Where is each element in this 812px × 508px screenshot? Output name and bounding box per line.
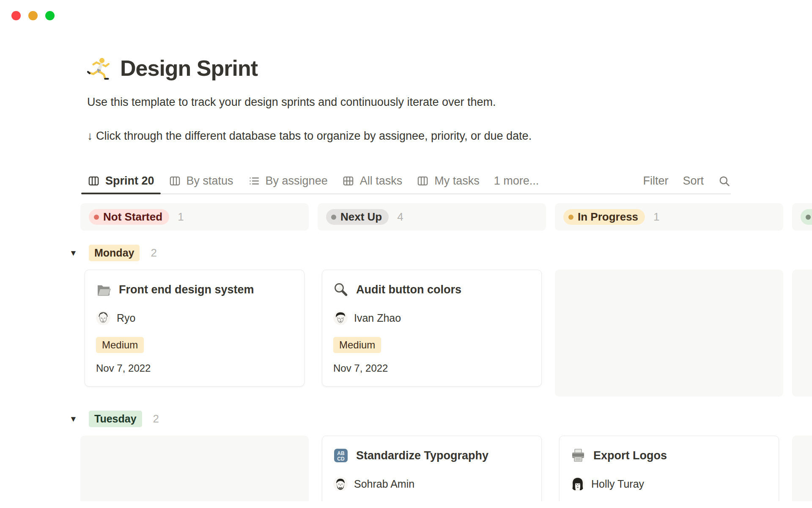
card-assignee: Sohrab Amin <box>333 477 530 491</box>
collapse-triangle-icon[interactable]: ▼ <box>69 411 80 427</box>
list-icon <box>248 175 260 187</box>
board-icon <box>417 175 429 187</box>
status-pill-not-started[interactable]: Not Started <box>89 209 169 225</box>
tab-all-tasks[interactable]: All tasks <box>336 168 409 193</box>
column-header-next-up: Next Up4 <box>318 203 546 231</box>
card-title: Front end design system <box>119 283 254 296</box>
priority-row: Medium <box>96 325 293 353</box>
card-audit-button-colors[interactable]: Audit button colorsIvan ZhaoMediumNov 7,… <box>322 270 542 387</box>
empty-column-cell <box>555 270 783 397</box>
card-wrapper: Export LogosHolly TurayHigh <box>555 436 783 501</box>
status-pill-partial-right[interactable] <box>801 209 812 225</box>
tab-label: 1 more... <box>494 174 539 188</box>
runner-icon[interactable] <box>87 56 111 80</box>
priority-row: Medium <box>333 325 530 353</box>
tab-by-status[interactable]: By status <box>162 168 240 193</box>
page-title: Design Sprint <box>120 55 258 81</box>
sketch-short-hair-avatar <box>96 311 110 325</box>
tab-sprint-20[interactable]: Sprint 20 <box>81 168 161 193</box>
card-title: Standardize Typography <box>356 449 488 462</box>
board-cell: Front end design systemRyoMediumNov 7, 2… <box>80 270 309 397</box>
priority-row: Low <box>333 491 530 501</box>
status-dot <box>806 215 811 220</box>
card-title-row: ABCDStandardize Typography <box>333 448 530 463</box>
card-due-date: Nov 7, 2022 <box>333 362 530 374</box>
board-cell: ABCDStandardize TypographySohrab AminLow <box>318 436 546 501</box>
column-count: 4 <box>397 210 403 224</box>
board-cell <box>80 436 309 501</box>
group-header-tuesday: ▼Tuesday2 <box>69 411 812 427</box>
board-cell: Audit button colorsIvan ZhaoMediumNov 7,… <box>318 270 546 397</box>
tab-label: Sprint 20 <box>105 174 154 188</box>
card-assignee: Ryo <box>96 311 293 325</box>
collapse-triangle-icon[interactable]: ▼ <box>69 245 80 261</box>
status-label: Not Started <box>103 210 162 224</box>
sketch-curly-hair-avatar <box>333 311 348 325</box>
card-title: Export Logos <box>593 449 667 462</box>
card-assignee: Ivan Zhao <box>333 311 530 325</box>
column-header-partial-right <box>792 203 812 231</box>
empty-column-cell <box>80 436 309 501</box>
status-dot <box>331 215 336 220</box>
status-pill-in-progress[interactable]: In Progress <box>563 209 645 225</box>
active-tab-underline <box>81 193 161 194</box>
tab-label: By status <box>187 174 233 188</box>
status-pill-next-up[interactable]: Next Up <box>326 209 389 225</box>
group-tag-monday[interactable]: Monday <box>89 245 140 261</box>
svg-text:CD: CD <box>337 456 345 462</box>
status-dot <box>94 215 99 220</box>
column-count: 1 <box>178 210 184 224</box>
folder-icon <box>96 282 111 297</box>
board-cell <box>792 436 812 501</box>
tab-my-tasks[interactable]: My tasks <box>410 168 486 193</box>
card-title: Audit button colors <box>356 283 461 296</box>
column-header-not-started: Not Started1 <box>80 203 309 231</box>
sketch-beard-avatar <box>333 477 348 491</box>
board-cell <box>555 270 783 397</box>
column-header-bar <box>792 203 812 231</box>
assignee-name: Sohrab Amin <box>354 478 414 490</box>
card-title-row: Audit button colors <box>333 282 530 297</box>
priority-label: Medium <box>339 339 375 351</box>
tab-1-more[interactable]: 1 more... <box>488 168 546 193</box>
board-cell <box>792 270 812 397</box>
card-wrapper: Front end design systemRyoMediumNov 7, 2… <box>80 270 309 387</box>
assignee-name: Ivan Zhao <box>354 312 401 324</box>
tab-by-assignee[interactable]: By assignee <box>241 168 334 193</box>
empty-column-cell <box>792 270 812 397</box>
filter-button[interactable]: Filter <box>643 174 668 188</box>
close-window-button[interactable] <box>11 11 21 20</box>
assignee-name: Holly Turay <box>591 478 644 490</box>
search-icon[interactable] <box>718 175 731 188</box>
column-header-bar: In Progress1 <box>555 203 783 231</box>
minimize-window-button[interactable] <box>28 11 38 20</box>
cards-row-monday: Front end design systemRyoMediumNov 7, 2… <box>80 270 812 397</box>
magnifier-icon <box>333 282 348 297</box>
kanban-board: Not Started1Next Up4In Progress1▼Monday2… <box>80 203 812 501</box>
zoom-window-button[interactable] <box>45 11 55 20</box>
card-assignee: Holly Turay <box>571 477 768 491</box>
column-header-bar: Not Started1 <box>80 203 309 231</box>
card-wrapper: Audit button colorsIvan ZhaoMediumNov 7,… <box>318 270 546 387</box>
priority-label: Medium <box>102 339 138 351</box>
board-icon <box>169 175 181 187</box>
group-count: 2 <box>151 246 156 260</box>
card-export-logos[interactable]: Export LogosHolly TurayHigh <box>559 436 779 501</box>
card-standardize-typography[interactable]: ABCDStandardize TypographySohrab AminLow <box>322 436 542 501</box>
window-controls <box>11 11 55 20</box>
page-hint: ↓ Click through the different database t… <box>87 129 721 143</box>
toolbar-actions: Filter Sort <box>643 168 731 193</box>
cards-row-tuesday: ABCDStandardize TypographySohrab AminLow… <box>80 436 812 501</box>
card-due-date: Nov 7, 2022 <box>96 362 293 374</box>
board-cell: Export LogosHolly TurayHigh <box>555 436 783 501</box>
card-title-row: Front end design system <box>96 282 293 297</box>
group-tag-tuesday[interactable]: Tuesday <box>89 411 142 427</box>
priority-row: High <box>571 491 768 501</box>
abcd-icon: ABCD <box>333 448 348 463</box>
tab-label: All tasks <box>360 174 403 188</box>
card-front-end-design-system[interactable]: Front end design systemRyoMediumNov 7, 2… <box>85 270 304 387</box>
sort-button[interactable]: Sort <box>683 174 704 188</box>
board-column-headers: Not Started1Next Up4In Progress1 <box>80 203 812 231</box>
priority-pill-medium: Medium <box>333 337 381 353</box>
status-dot <box>568 215 573 220</box>
